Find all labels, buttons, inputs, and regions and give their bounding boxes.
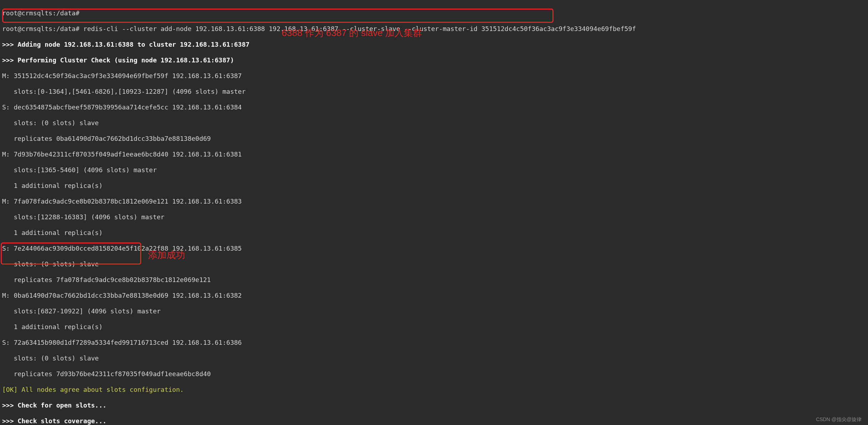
output-line: replicates 0ba61490d70ac7662bd1dcc33bba7… — [2, 135, 866, 143]
output-line: S: dec6354875abcfbeef5879b39956aa714cefe… — [2, 103, 866, 111]
output-line: >>> Check for open slots... — [2, 401, 866, 409]
output-line: M: 7fa078fadc9adc9ce8b02b8378bc1812e069e… — [2, 198, 866, 205]
watermark-text: CSDN @指尖@旋律 — [816, 416, 862, 423]
output-line: M: 0ba61490d70ac7662bd1dcc33bba7e88138e0… — [2, 292, 866, 299]
output-line: 1 additional replica(s) — [2, 182, 866, 190]
output-line: S: 7e244066ac9309db0cced8158204e5f102a22… — [2, 245, 866, 252]
output-line: >>> Check slots coverage... — [2, 417, 866, 425]
output-line: replicates 7d93b76be42311cf87035f049adf1… — [2, 370, 866, 378]
output-line: slots:[1365-5460] (4096 slots) master — [2, 166, 866, 174]
command-line: root@crmsqlts:/data# redis-cli --cluster… — [2, 25, 866, 33]
output-line: M: 7d93b76be42311cf87035f049adf1eeae6bc8… — [2, 150, 866, 158]
output-line: slots: (0 slots) slave — [2, 119, 866, 127]
output-line: slots:[6827-10922] (4096 slots) master — [2, 307, 866, 315]
output-line: replicates 7fa078fadc9adc9ce8b02b8378bc1… — [2, 276, 866, 284]
prompt-line: root@crmsqlts:/data# — [2, 9, 866, 17]
output-line: slots:[12288-16383] (4096 slots) master — [2, 213, 866, 221]
terminal-output[interactable]: root@crmsqlts:/data# root@crmsqlts:/data… — [0, 0, 868, 425]
output-line: slots: (0 slots) slave — [2, 354, 866, 362]
output-line: slots: (0 slots) slave — [2, 260, 866, 268]
ok-line: [OK] All nodes agree about slots configu… — [2, 386, 866, 394]
output-line: >>> Performing Cluster Check (using node… — [2, 56, 866, 64]
output-line: 1 additional replica(s) — [2, 323, 866, 331]
output-line: S: 72a63415b980d1df7289a5334fed991716713… — [2, 339, 866, 347]
output-line: 1 additional replica(s) — [2, 229, 866, 237]
output-line: slots:[0-1364],[5461-6826],[10923-12287]… — [2, 88, 866, 96]
output-line: >>> Adding node 192.168.13.61:6388 to cl… — [2, 41, 866, 48]
output-line: M: 351512dc4c50f36ac3ac9f3e334094e69fbef… — [2, 72, 866, 80]
